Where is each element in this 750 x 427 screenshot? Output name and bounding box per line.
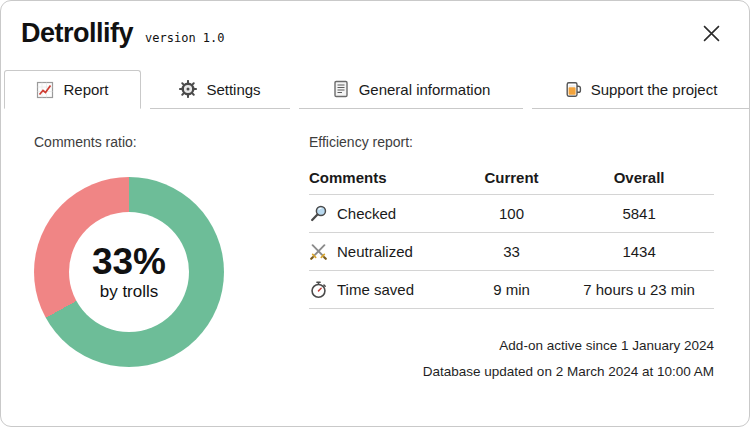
- table-row-neutralized: Neutralized 33 1434: [309, 233, 714, 271]
- document-icon: [332, 80, 350, 98]
- app-version: version 1.0: [145, 31, 224, 45]
- comments-ratio-donut: 33% by trolls: [34, 177, 224, 367]
- tab-report[interactable]: Report: [4, 70, 141, 109]
- donut-center-caption: by trolls: [100, 282, 159, 302]
- donut-center-value: 33%: [92, 243, 166, 280]
- footer-notes: Add-on active since 1 January 2024 Datab…: [309, 333, 714, 386]
- efficiency-report-section: Efficiency report: Comments Current Over…: [309, 109, 714, 386]
- donut-center: 33% by trolls: [34, 177, 224, 367]
- detrollify-popup: Detrollify version 1.0 Report: [0, 0, 750, 427]
- table-row-time-saved: Time saved 9 min 7 hours u 23 min: [309, 271, 714, 309]
- row-label: Neutralized: [337, 243, 413, 260]
- table-row-checked: Checked 100 5841: [309, 195, 714, 233]
- time-saved-current: 9 min: [459, 272, 564, 307]
- addon-active-note: Add-on active since 1 January 2024: [309, 333, 714, 359]
- close-icon: [703, 25, 720, 45]
- tab-support-the-project[interactable]: Support the project: [532, 70, 749, 109]
- database-updated-note: Database updated on 2 March 2024 at 10:0…: [309, 359, 714, 385]
- neutralized-overall: 1434: [564, 234, 714, 269]
- comments-ratio-label: Comments ratio:: [34, 134, 229, 150]
- time-saved-overall: 7 hours u 23 min: [564, 272, 714, 307]
- report-panel: Comments ratio: 33% by trolls Efficiency…: [1, 109, 749, 386]
- table-header-row: Comments Current Overall: [309, 165, 714, 195]
- chart-increasing-icon: [36, 81, 54, 99]
- row-label: Time saved: [337, 281, 414, 298]
- tab-report-label: Report: [63, 81, 108, 98]
- close-button[interactable]: [695, 19, 727, 51]
- col-header-overall: Overall: [564, 165, 714, 194]
- tab-general-information-label: General information: [359, 81, 491, 98]
- tab-settings-label: Settings: [206, 81, 260, 98]
- beer-mug-icon: [564, 80, 582, 98]
- row-label: Checked: [337, 205, 396, 222]
- efficiency-table: Comments Current Overall Checke: [309, 165, 714, 309]
- tab-settings[interactable]: Settings: [150, 70, 290, 109]
- tab-general-information[interactable]: General information: [299, 70, 523, 109]
- gear-icon: [179, 80, 197, 98]
- tab-bar: Report Settings General information: [1, 70, 749, 109]
- tab-support-the-project-label: Support the project: [591, 81, 718, 98]
- stopwatch-icon: [309, 280, 328, 299]
- crossed-swords-icon: [309, 242, 328, 261]
- checked-overall: 5841: [564, 196, 714, 231]
- checked-current: 100: [459, 196, 564, 231]
- header: Detrollify version 1.0: [1, 1, 749, 70]
- neutralized-current: 33: [459, 234, 564, 269]
- col-header-current: Current: [459, 165, 564, 194]
- app-title: Detrollify: [21, 18, 133, 49]
- efficiency-report-label: Efficiency report:: [309, 134, 714, 150]
- comments-ratio-section: Comments ratio: 33% by trolls: [34, 109, 229, 386]
- magnifier-icon: [309, 204, 328, 223]
- col-header-comments: Comments: [309, 165, 459, 194]
